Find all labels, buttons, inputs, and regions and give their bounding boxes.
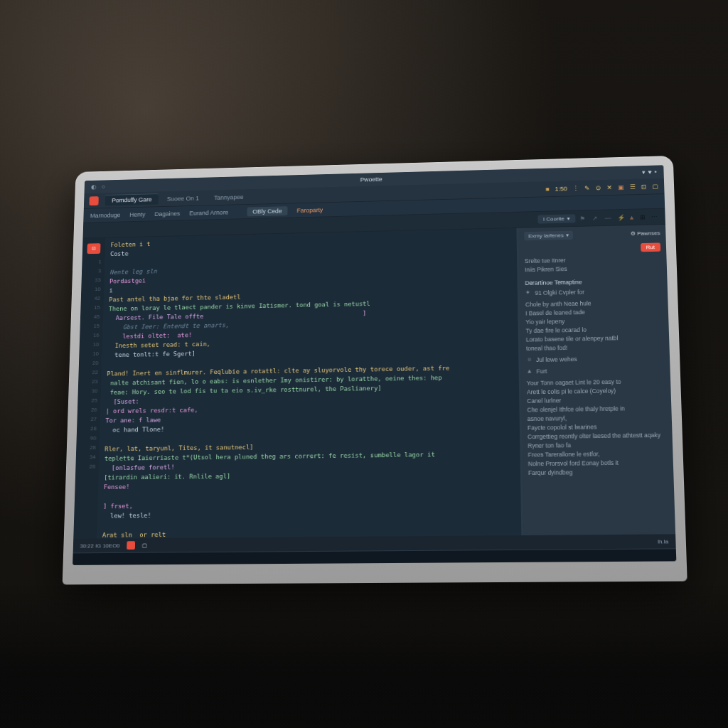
chevron-down-icon: ▾: [567, 215, 570, 221]
tray-icon-1[interactable]: ▣: [618, 183, 624, 190]
line-number: 20: [79, 358, 99, 368]
bell-icon[interactable]: ▲: [628, 214, 636, 221]
line-number: 16: [80, 331, 100, 341]
sidebar-section-heading: Derartinoe Temaptine: [525, 277, 661, 287]
line-number: 28: [77, 424, 97, 434]
line-number: 10: [81, 285, 101, 294]
user-icon: ▲: [526, 368, 533, 375]
window-tab[interactable]: Suoee On 1: [160, 193, 205, 204]
line-number: 15: [80, 303, 100, 312]
error-badge[interactable]: ⊡: [87, 243, 100, 254]
system-icon: ○: [102, 183, 109, 190]
status-square-icon[interactable]: ▢: [141, 542, 147, 549]
menu-tab-active[interactable]: OBly Cede: [247, 206, 288, 216]
status-encoding[interactable]: lh.la: [658, 538, 668, 545]
sidebar-item[interactable]: Furt: [536, 367, 547, 376]
code-editor[interactable]: Foleten i tCoste Nente leg slnPordastgei…: [97, 228, 523, 539]
laptop-frame: ◐ ○ Pwoette ▾ ♥ • Pomduffy Gare Suoee On…: [63, 156, 687, 584]
gear-icon: ⚙: [630, 230, 635, 237]
assistant-panel: Exmy larfenes ▾ ⚙ Pawnses Rut Srelte tue…: [518, 225, 675, 535]
sidebar-item[interactable]: Jul lewe wehes: [536, 355, 577, 364]
close-icon[interactable]: ✕: [606, 184, 612, 191]
line-number: 27: [77, 414, 97, 424]
tool-icon-2[interactable]: ⊙: [596, 184, 601, 191]
grid-icon[interactable]: ⊞: [640, 213, 647, 220]
line-number: 34: [76, 453, 96, 463]
window-title: Pwoette: [360, 176, 382, 183]
menu-tab-highlight[interactable]: Faroparty: [296, 206, 323, 213]
chevron-down-icon: ▾: [566, 232, 569, 238]
line-number: 42: [81, 294, 101, 304]
tray-icon-2[interactable]: ☰: [630, 183, 636, 190]
more-icon[interactable]: ⋯: [651, 213, 658, 220]
flag-icon[interactable]: ⚑: [579, 215, 587, 222]
link-icon: ⨳: [526, 355, 533, 363]
sidebar-text: Farqur dyindbeg: [528, 467, 668, 478]
arrow-icon[interactable]: ↗: [592, 215, 599, 222]
line-number: 90: [76, 434, 96, 444]
tray-icon-4[interactable]: ▢: [652, 183, 658, 190]
sidebar-mode-selector[interactable]: Exmy larfenes ▾: [524, 231, 573, 241]
line-number: 26: [77, 405, 97, 415]
line-number: 3: [82, 267, 102, 276]
line-number: 45: [80, 312, 100, 321]
status-error-badge[interactable]: [127, 541, 135, 550]
scope-selector[interactable]: I Coorite ▾: [537, 214, 575, 223]
panel-label[interactable]: ⚙ Pawnses: [630, 230, 660, 237]
line-number: 33: [81, 276, 101, 285]
wifi-icon: ▾: [641, 169, 645, 176]
menu-item[interactable]: Marnoduge: [90, 211, 121, 218]
line-number: 30: [78, 387, 98, 397]
tool-icon-1[interactable]: ✎: [584, 185, 590, 191]
bolt-icon[interactable]: ⚡: [617, 214, 624, 221]
main-area: ⊡ 13331042154515161010202223302526272890…: [73, 225, 675, 539]
menu-item[interactable]: Dagaines: [154, 210, 180, 217]
clock-time: 1:50: [555, 185, 567, 192]
line-number: 25: [77, 396, 97, 406]
notification-icon[interactable]: ■: [545, 186, 549, 192]
sidebar-item[interactable]: 91 Olgki Cvpler for: [535, 288, 584, 298]
line-number: 10: [79, 349, 99, 359]
separator-icon: ⋮: [572, 185, 579, 191]
heart-icon: ♥: [648, 168, 652, 175]
line-number: 28: [75, 462, 95, 472]
system-menu-icon[interactable]: ◐: [91, 183, 98, 190]
status-position: 30:22 IG 10EO0: [80, 542, 119, 549]
dash-icon[interactable]: —: [605, 214, 612, 221]
window-tab[interactable]: Pomduffy Gare: [105, 193, 159, 205]
tray-icon-3[interactable]: ⊡: [641, 183, 647, 189]
plus-icon: ✦: [525, 289, 532, 296]
app-logo-icon[interactable]: [89, 196, 98, 205]
line-number: 22: [78, 368, 98, 378]
line-number: 23: [78, 378, 98, 387]
menu-item[interactable]: Henty: [129, 211, 145, 218]
sidebar-text: toneal thao fod!: [526, 342, 664, 353]
window-tab[interactable]: Tannyapee: [207, 191, 250, 203]
line-number: 10: [80, 340, 100, 350]
line-number: 1: [82, 257, 102, 267]
screen-bezel: ◐ ○ Pwoette ▾ ♥ • Pomduffy Gare Suoee On…: [63, 156, 687, 584]
run-button[interactable]: Rut: [641, 242, 661, 252]
sidebar-text: Corrgettieg reontly olter laesed the ath…: [528, 431, 667, 441]
line-number: 15: [80, 321, 100, 331]
status-dot-icon: •: [654, 168, 656, 175]
ide-window: ◐ ○ Pwoette ▾ ♥ • Pomduffy Gare Suoee On…: [73, 165, 676, 565]
line-number: 28: [76, 443, 96, 453]
menu-item[interactable]: Eurand Arnore: [189, 209, 228, 216]
